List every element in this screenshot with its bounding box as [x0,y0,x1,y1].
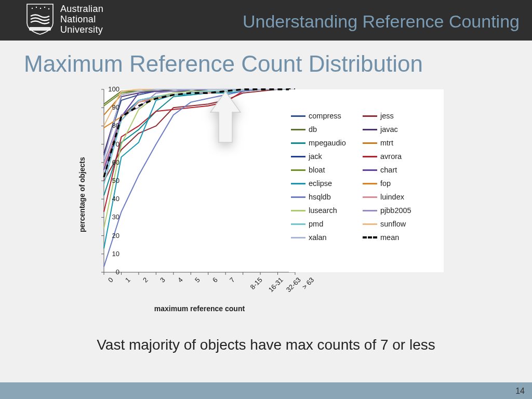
svg-rect-5 [29,27,51,31]
legend-swatch [363,115,377,117]
legend-swatch [363,183,377,184]
legend-swatch [291,169,305,171]
legend: compressjessdbjavacmpegaudiomtrtjackavro… [291,109,434,244]
legend-label: compress [309,112,363,120]
chart: 0102030405060708090100012345678-1516-313… [72,85,446,324]
legend-label: avrora [380,152,434,161]
legend-label: bloat [309,166,363,174]
y-tick-label: 20 [104,232,119,240]
legend-swatch [291,129,305,130]
legend-swatch [291,237,305,238]
legend-swatch [363,142,377,144]
legend-label: mean [380,233,434,242]
page-title: Maximum Reference Count Distribution [24,51,423,77]
crest-icon [26,3,54,35]
legend-label: javac [380,125,434,134]
legend-label: mtrt [380,139,434,147]
y-axis-title: percentage of objects [78,157,86,232]
svg-point-2 [40,8,41,9]
legend-label: mpegaudio [309,139,363,147]
y-tick-label: 0 [104,268,119,276]
legend-label: hsqldb [309,193,363,201]
svg-point-0 [32,8,33,9]
y-tick-label: 30 [104,213,119,221]
legend-swatch [363,210,377,211]
legend-swatch [363,169,377,171]
legend-swatch [291,156,305,157]
y-tick-label: 90 [104,103,119,111]
slide-body: Maximum Reference Count Distribution 010… [0,41,532,381]
svg-rect-6 [104,89,295,272]
legend-swatch [291,115,305,117]
legend-swatch [291,142,305,144]
footer-bar [0,382,532,399]
institution-name: Australian National University [60,4,103,35]
legend-label: chart [380,166,434,174]
y-tick-label: 100 [104,85,119,93]
institution-logo: Australian National University [26,3,103,35]
y-tick-label: 60 [104,158,119,166]
header-bar: Australian National University Understan… [0,0,532,41]
legend-swatch [363,196,377,198]
caption: Vast majority of objects have max counts… [0,337,532,353]
legend-label: lusearch [309,206,363,215]
page-number: 14 [515,387,525,396]
legend-swatch [291,223,305,225]
y-tick-label: 70 [104,140,119,148]
slide: Australian National University Understan… [0,0,532,399]
legend-swatch [363,129,377,130]
legend-label: jess [380,112,434,120]
y-tick-label: 10 [104,250,119,258]
legend-swatch [363,223,377,225]
header-title: Understanding Reference Counting [243,11,520,32]
legend-label: eclipse [309,179,363,188]
legend-label: sunflow [380,220,434,228]
legend-label: pjbb2005 [380,206,434,215]
legend-label: luindex [380,193,434,201]
legend-swatch [363,156,377,157]
legend-swatch [291,210,305,211]
y-tick-label: 40 [104,195,119,203]
x-axis-title: maximum reference count [83,304,316,313]
y-tick-label: 80 [104,122,119,129]
svg-point-3 [44,7,45,8]
legend-label: jack [309,152,363,161]
svg-point-4 [48,8,49,9]
legend-swatch [363,236,377,238]
y-tick-label: 50 [104,177,119,184]
legend-label: db [309,125,363,134]
legend-label: pmd [309,220,363,228]
legend-label: xalan [309,233,363,242]
svg-point-1 [36,7,37,8]
legend-label: fop [380,179,434,188]
legend-swatch [291,183,305,184]
legend-swatch [291,196,305,198]
